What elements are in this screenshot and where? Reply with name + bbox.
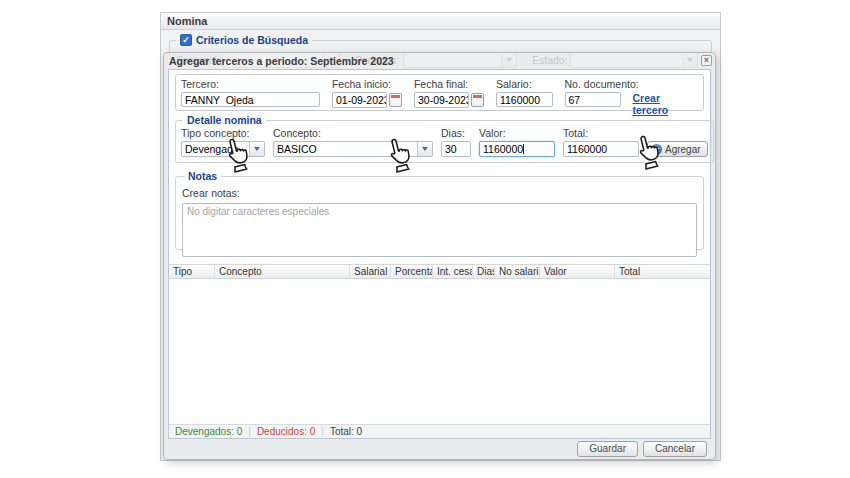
column-header-porcentaje[interactable]: Porcentaje [391,265,433,278]
panel-title: Nomina [161,13,720,30]
grid-status-bar: Devengados: 0 | Deducidos: 0 | Total: 0 [169,424,710,438]
cancelar-button[interactable]: Cancelar [643,441,707,457]
modal-title: Agregar terceros a periodo: Septiembre 2… [169,55,394,67]
crear-notas-label: Crear notas: [182,187,240,199]
notas-fieldset: Notas Crear notas: No digitar caracteres… [175,170,704,250]
salario-input[interactable]: 1160000 [496,92,553,107]
tercero-input[interactable]: FANNY Ojeda [181,92,320,107]
dias-label: Dias: [441,127,471,139]
guardar-button[interactable]: Guardar [577,441,638,457]
salario-label: Salario: [496,78,553,90]
status-divider: | [248,426,251,437]
notas-legend: Notas [184,170,221,182]
column-header-concepto[interactable]: Concepto [215,265,350,278]
column-header-int-cesantias[interactable]: Int. cesanti... [433,265,473,278]
valor-input[interactable]: 1160000 [479,141,555,157]
agregar-button-label: Agregar [665,144,701,155]
chevron-down-icon [422,147,428,151]
dias-input[interactable]: 30 [441,141,471,157]
documento-label: No. documento: [565,78,621,90]
fecha-inicio-field-group: Fecha inicio: 01-09-2023 [332,78,402,107]
modal-title-bar[interactable]: Agregar terceros a periodo: Septiembre 2… [164,53,715,68]
criteria-legend-label: Criterios de Búsqueda [196,34,308,46]
criteria-checkbox-checked-icon[interactable]: ✓ [180,34,192,46]
crear-tercero-group: Crear tercero [633,78,698,107]
criteria-legend: ✓ Criterios de Búsqueda [176,34,312,46]
crear-tercero-link[interactable]: Crear tercero [633,92,698,116]
valor-group: Valor: 1160000 [479,127,555,157]
close-icon[interactable]: × [701,55,712,66]
fecha-final-field-group: Fecha final: 30-09-2023 [414,78,484,107]
total-status: Total: 0 [330,426,362,437]
agregar-terceros-modal: Agregar terceros a periodo: Septiembre 2… [163,52,716,460]
dias-group: Dias: 30 [441,127,471,157]
devengados-status: Devengados: 0 [175,426,242,437]
guardar-button-label: Guardar [589,443,626,454]
column-header-valor[interactable]: Valor [540,265,615,278]
calendar-icon[interactable] [471,93,484,107]
grid-header-row: Tipo Concepto Salarial Porcentaje Int. c… [169,265,710,279]
column-header-tipo[interactable]: Tipo [169,265,215,278]
detalle-nomina-legend: Detalle nomina [183,114,266,126]
total-input[interactable]: 1160000 [563,141,639,157]
fecha-inicio-label: Fecha inicio: [332,78,402,90]
tercero-label: Tercero: [181,78,320,90]
modal-body: Tercero: FANNY Ojeda Fecha inicio: 01-09… [168,69,711,439]
cancelar-button-label: Cancelar [655,443,695,454]
column-header-dias[interactable]: Dias [473,265,495,278]
concepto-dropdown-trigger[interactable] [417,142,432,156]
grid-body-empty [169,279,710,424]
screen: Nomina ✓ Criterios de Búsqueda Sucursal:… [0,0,850,478]
deducidos-status: Deducidos: 0 [257,426,315,437]
salario-field-group: Salario: 1160000 [496,78,553,107]
tipo-concepto-label: Tipo concepto: [181,127,265,139]
fecha-final-label: Fecha final: [414,78,484,90]
chevron-down-icon [254,147,260,151]
fecha-inicio-input[interactable]: 01-09-2023 [332,92,387,108]
notas-textarea[interactable]: No digitar caracteres especiales [182,203,697,257]
documento-field-group: No. documento: 67 [565,78,621,107]
tercero-field-group: Tercero: FANNY Ojeda [181,78,320,107]
documento-input[interactable]: 67 [565,92,621,107]
column-header-no-salarial[interactable]: No salarial [495,265,540,278]
conceptos-grid: Tipo Concepto Salarial Porcentaje Int. c… [169,264,710,438]
modal-footer: Guardar Cancelar [164,438,715,459]
total-group: Total: 1160000 [563,127,639,157]
valor-label: Valor: [479,127,555,139]
column-header-total[interactable]: Total [615,265,710,278]
column-header-salarial[interactable]: Salarial [350,265,391,278]
fecha-final-input[interactable]: 30-09-2023 [414,92,469,108]
status-divider: | [321,426,324,437]
tercero-section: Tercero: FANNY Ojeda Fecha inicio: 01-09… [175,74,704,111]
calendar-icon[interactable] [389,93,402,107]
